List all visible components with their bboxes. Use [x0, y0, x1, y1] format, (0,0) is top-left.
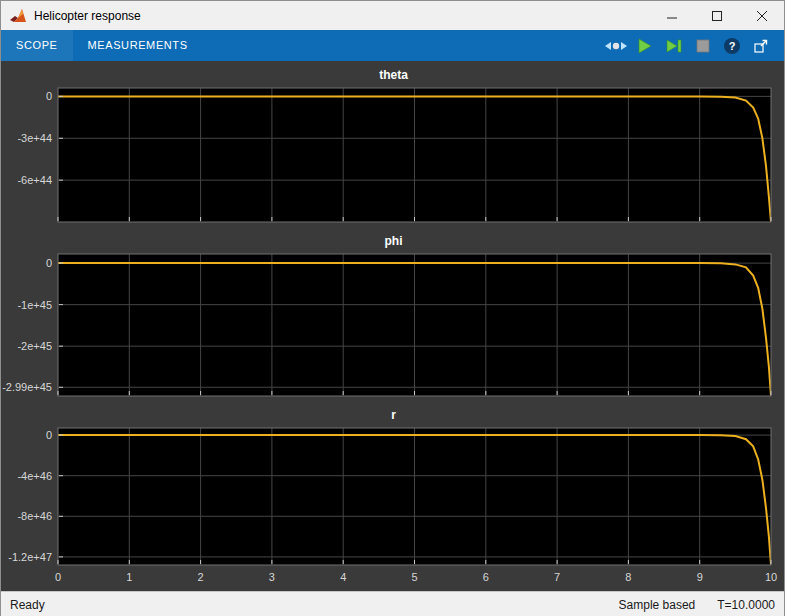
- plot-panel-r: r 0-4e+46-8e+46-1.2e+47012345678910: [1, 405, 785, 591]
- sample-mode-label: Sample based: [619, 598, 696, 612]
- help-button[interactable]: ?: [719, 34, 745, 58]
- plot-title: theta: [1, 65, 785, 85]
- x-tick-label: 4: [340, 571, 346, 583]
- y-tick-label: -1.2e+47: [8, 551, 52, 563]
- tab-scope[interactable]: SCOPE: [1, 30, 73, 61]
- statusbar: Ready Sample based T=10.0000: [1, 591, 784, 616]
- y-tick-label: -3e+44: [17, 132, 52, 144]
- simulation-step-options-button[interactable]: [603, 34, 629, 58]
- scope-plot-phi[interactable]: 0-1e+45-2e+45-2.99e+45: [1, 251, 785, 405]
- x-tick-label: 2: [198, 571, 204, 583]
- minimize-button[interactable]: [649, 1, 694, 30]
- scope-plot-theta[interactable]: 0-3e+44-6e+44: [1, 85, 785, 231]
- y-tick-label: -2e+45: [17, 340, 52, 352]
- x-tick-label: 1: [126, 571, 132, 583]
- step-forward-button[interactable]: [661, 34, 687, 58]
- x-tick-label: 5: [411, 571, 417, 583]
- maximize-button[interactable]: [694, 1, 739, 30]
- plot-title: phi: [1, 231, 785, 251]
- x-tick-label: 9: [697, 571, 703, 583]
- help-icon: ?: [723, 37, 741, 55]
- y-tick-label: 0: [46, 90, 52, 102]
- x-tick-label: 6: [483, 571, 489, 583]
- stop-icon: [696, 39, 710, 53]
- window-title: Helicopter response: [34, 9, 141, 23]
- plot-panel-theta: theta 0-3e+44-6e+44: [1, 65, 785, 231]
- stop-button[interactable]: [690, 34, 716, 58]
- y-tick-label: -1e+45: [17, 299, 52, 311]
- maximize-icon: [711, 10, 723, 22]
- plot-title: r: [1, 405, 785, 425]
- y-tick-label: 0: [46, 257, 52, 269]
- status-text: Ready: [10, 598, 45, 612]
- plot-panel-phi: phi 0-1e+45-2e+45-2.99e+45: [1, 231, 785, 405]
- scope-window: Helicopter response SCOPE MEASUREMENTS: [0, 0, 785, 616]
- status-right: Sample based T=10.0000: [619, 598, 775, 612]
- y-tick-label: -4e+46: [17, 470, 52, 482]
- x-tick-label: 8: [625, 571, 631, 583]
- y-tick-label: -6e+44: [17, 174, 52, 186]
- undock-button[interactable]: [748, 34, 774, 58]
- minimize-icon: [666, 10, 678, 22]
- svg-text:?: ?: [729, 40, 736, 52]
- undock-icon: [753, 38, 769, 54]
- x-tick-label: 0: [55, 571, 61, 583]
- close-button[interactable]: [739, 1, 784, 30]
- y-tick-label: -2.99e+45: [2, 381, 52, 393]
- y-tick-label: -8e+46: [17, 510, 52, 522]
- y-tick-label: 0: [46, 429, 52, 441]
- step-settings-icon: [604, 38, 628, 54]
- matlab-logo-icon: [9, 8, 27, 24]
- toolbar-button-group: ?: [603, 34, 784, 58]
- x-tick-label: 10: [765, 571, 777, 583]
- scope-display-area: theta 0-3e+44-6e+44 phi 0-1e+45-2e+45-2.…: [1, 61, 784, 591]
- run-button[interactable]: [632, 34, 658, 58]
- tab-measurements[interactable]: MEASUREMENTS: [73, 30, 203, 61]
- titlebar[interactable]: Helicopter response: [1, 1, 784, 30]
- toolstrip: SCOPE MEASUREMENTS: [1, 30, 784, 61]
- run-icon: [637, 38, 653, 54]
- close-icon: [756, 10, 768, 22]
- x-tick-label: 3: [269, 571, 275, 583]
- x-tick-label: 7: [554, 571, 560, 583]
- simulation-time-label: T=10.0000: [717, 598, 775, 612]
- scope-plot-r[interactable]: 0-4e+46-8e+46-1.2e+47012345678910: [1, 425, 785, 591]
- step-forward-icon: [666, 38, 682, 54]
